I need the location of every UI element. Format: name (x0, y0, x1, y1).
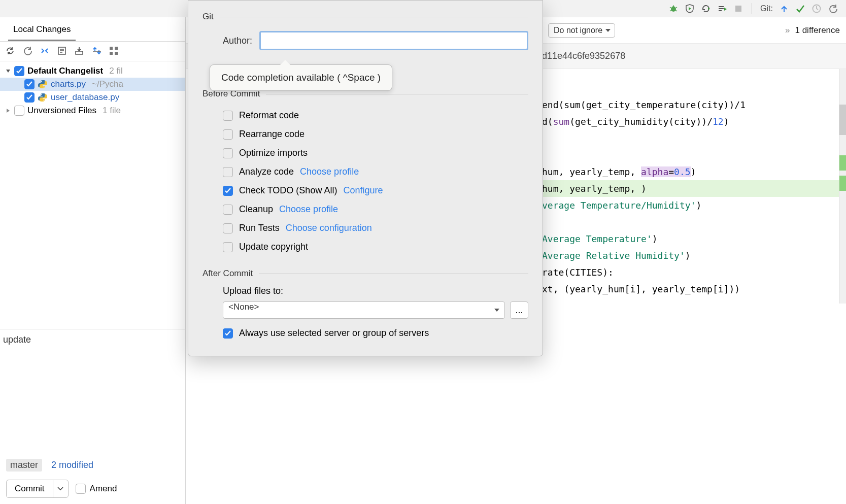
reformat-code-row[interactable]: Reformat code (202, 106, 528, 125)
python-file-icon (38, 79, 48, 89)
unversioned-row[interactable]: Unversioned Files 1 file (0, 104, 185, 117)
revision-hash: d11e44c6fe9352678 (542, 51, 625, 61)
svg-rect-7 (110, 52, 113, 55)
unversioned-checkbox[interactable] (14, 106, 24, 116)
checkbox[interactable] (223, 148, 233, 158)
file-name: charts.py (51, 79, 86, 89)
file-row-userdb[interactable]: user_database.py (0, 91, 185, 104)
browse-button[interactable]: ... (510, 301, 528, 319)
rerun-icon[interactable] (700, 3, 712, 15)
section-git: Git (202, 12, 528, 22)
checkbox[interactable] (223, 242, 233, 252)
tests-config-link[interactable]: Choose configuration (286, 223, 372, 233)
optimize-imports-row[interactable]: Optimize imports (202, 144, 528, 162)
cleanup-row[interactable]: Cleanup Choose profile (202, 200, 528, 219)
author-row: Author: (223, 31, 528, 50)
shield-play-icon[interactable] (684, 3, 696, 15)
changes-toolbar (0, 42, 185, 61)
change-gutter[interactable] (839, 69, 846, 304)
vcs-status-line: master 2 modified (6, 459, 93, 472)
check-todo-row[interactable]: Check TODO (Show All) Configure (202, 181, 528, 200)
checkbox[interactable] (223, 223, 233, 233)
commit-button-label: Commit (7, 484, 53, 494)
upload-select[interactable]: <None> (223, 301, 505, 319)
analyze-code-row[interactable]: Analyze code Choose profile (202, 162, 528, 181)
file-path: ~/Pycha (92, 79, 123, 89)
changelist-icon[interactable] (57, 46, 68, 57)
changelist-tree: Default Changelist 2 fil charts.py ~/Pyc… (0, 61, 185, 120)
svg-rect-6 (115, 47, 118, 50)
svg-rect-4 (76, 51, 83, 54)
tab-local-changes[interactable]: Local Changes (8, 21, 76, 41)
update-copyright-row[interactable]: Update copyright (202, 238, 528, 256)
run-tests-row[interactable]: Run Tests Choose configuration (202, 219, 528, 238)
upload-label: Upload files to: (223, 286, 528, 296)
commit-options-popup: Git Author: Code completion available ( … (188, 0, 543, 356)
completion-hint: Code completion available ( ^Space ) (210, 64, 392, 91)
cleanup-profile-link[interactable]: Choose profile (279, 204, 338, 215)
commit-bar: Commit Amend (6, 480, 117, 498)
revert-changes-icon[interactable] (22, 46, 33, 57)
step-over-icon[interactable] (716, 3, 728, 15)
bug-icon[interactable] (667, 3, 680, 15)
branch-name[interactable]: master (6, 459, 42, 472)
collapse-arrow-icon[interactable] (5, 108, 11, 114)
group-by-icon[interactable] (109, 46, 120, 57)
commit-button[interactable]: Commit (6, 480, 69, 498)
update-project-icon[interactable] (778, 3, 790, 15)
svg-point-11 (41, 94, 42, 95)
difference-count: 1 difference (785, 25, 840, 36)
checkbox[interactable] (223, 205, 233, 215)
ignore-whitespace-select[interactable]: Do not ignore (548, 23, 615, 38)
file-checkbox[interactable] (24, 79, 35, 89)
diff-arrows-icon[interactable] (40, 46, 51, 57)
amend-checkbox[interactable] (76, 484, 86, 494)
git-label: Git: (760, 4, 773, 13)
todo-configure-link[interactable]: Configure (343, 185, 383, 196)
amend-toggle[interactable]: Amend (76, 484, 117, 494)
shelve-icon[interactable] (74, 46, 85, 57)
checkbox[interactable] (223, 129, 233, 140)
svg-rect-8 (115, 52, 118, 55)
local-changes-panel: Local Changes Default Changelist 2 fil c… (0, 17, 186, 504)
refresh-icon[interactable] (5, 46, 16, 57)
revert-icon[interactable] (827, 3, 839, 15)
default-changelist-row[interactable]: Default Changelist 2 fil (0, 64, 185, 78)
upload-row: <None> ... (223, 301, 528, 319)
file-name: user_database.py (51, 92, 119, 103)
amend-label: Amend (90, 484, 117, 494)
svg-point-12 (44, 100, 45, 101)
svg-point-10 (44, 87, 45, 88)
commit-check-icon[interactable] (794, 3, 806, 15)
tab-header: Local Changes (0, 17, 185, 42)
python-file-icon (38, 92, 48, 103)
checkbox[interactable] (223, 328, 233, 339)
commit-button-dropdown[interactable] (53, 480, 68, 497)
expand-arrow-icon[interactable] (5, 68, 11, 74)
unversioned-count: 1 file (103, 106, 121, 116)
changelist-checkbox[interactable] (14, 66, 24, 76)
file-checkbox[interactable] (24, 92, 35, 103)
svg-point-9 (41, 81, 42, 82)
commit-message-field[interactable]: update (0, 329, 186, 350)
changelist-count: 2 fil (109, 66, 122, 76)
analyze-profile-link[interactable]: Choose profile (300, 166, 359, 177)
checkbox[interactable] (223, 186, 233, 196)
unversioned-label: Unversioned Files (27, 106, 96, 116)
checkbox[interactable] (223, 111, 233, 121)
section-after-commit: After Commit (202, 268, 528, 279)
svg-rect-1 (735, 6, 741, 12)
file-row-charts[interactable]: charts.py ~/Pycha (0, 78, 185, 91)
always-use-row[interactable]: Always use selected server or group of s… (202, 324, 528, 343)
stop-icon[interactable] (732, 3, 745, 15)
svg-rect-5 (110, 47, 113, 50)
rearrange-code-row[interactable]: Rearrange code (202, 125, 528, 144)
author-input[interactable] (259, 31, 528, 50)
unshelve-icon[interactable] (91, 46, 103, 57)
modified-count[interactable]: 2 modified (51, 460, 93, 471)
checkbox[interactable] (223, 167, 233, 177)
changelist-label: Default Changelist (27, 66, 103, 76)
svg-point-0 (671, 7, 676, 12)
author-label: Author: (223, 36, 252, 46)
history-icon[interactable] (810, 3, 823, 15)
